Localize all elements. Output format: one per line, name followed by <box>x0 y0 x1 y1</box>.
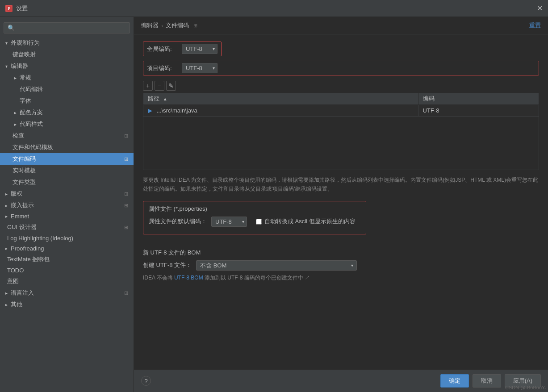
properties-section-title: 属性文件 (*.properties) <box>149 205 360 213</box>
project-encoding-row: 项目编码: UTF-8 ▾ <box>147 63 218 73</box>
sidebar-item-editor[interactable]: 编辑器 <box>0 60 134 72</box>
edit-path-button[interactable]: ✎ <box>166 81 176 91</box>
sidebar-item-label: 意图 <box>7 277 19 285</box>
sidebar-item-label: 其他 <box>11 300 22 309</box>
cancel-button[interactable]: 取消 <box>473 374 501 388</box>
sidebar-item-label: GUI 设计器 <box>7 223 37 231</box>
bom-note-link[interactable]: UTF-8 BOM <box>174 275 203 281</box>
sidebar-item-label: 常规 <box>20 74 31 82</box>
sidebar-item-label: 代码编辑 <box>20 85 43 93</box>
table-header-path: 路径 ▲ <box>143 93 418 105</box>
sidebar-item-other[interactable]: 其他 <box>0 299 134 310</box>
sidebar-item-general[interactable]: 常规 <box>0 72 134 83</box>
sidebar: 外观和行为 键盘映射 编辑器 常规 代码编辑 字体 配色方案 <box>0 17 134 392</box>
project-encoding-box: 项目编码: UTF-8 ▾ <box>143 61 539 75</box>
right-body: 全局编码: UTF-8 ▾ 项目编码: UTF-8 <box>134 34 548 369</box>
global-encoding-select[interactable]: UTF-8 <box>182 44 218 54</box>
folder-icon: ▶ <box>148 107 152 114</box>
table-cell-path: ▶ ...\src\main\java <box>143 105 418 117</box>
sort-icon: ▲ <box>163 96 167 101</box>
properties-encoding-select-wrapper: UTF-8 ▾ <box>211 217 247 227</box>
confirm-button[interactable]: 确定 <box>440 374 469 388</box>
table-cell-encoding: UTF-8 <box>418 105 539 117</box>
global-encoding-select-wrapper: UTF-8 ▾ <box>182 44 218 54</box>
sidebar-item-label: 代码样式 <box>20 120 43 128</box>
bom-note-prefix: IDEA 不会将 <box>143 275 174 281</box>
properties-encoding-select[interactable]: UTF-8 <box>211 217 247 227</box>
chevron-icon <box>4 302 9 307</box>
bom-create-row: 创建 UTF-8 文件： 不含 BOM 含 BOM ▾ <box>143 260 539 271</box>
chevron-icon <box>4 203 9 208</box>
sidebar-item-appearance[interactable]: 外观和行为 <box>0 37 134 49</box>
sidebar-item-font[interactable]: 字体 <box>0 95 134 107</box>
sidebar-item-textmate[interactable]: TextMate 捆绑包 <box>0 254 134 265</box>
sidebar-item-log-highlighting[interactable]: Log Highlighting (Ideolog) <box>0 233 134 243</box>
sidebar-item-label: 文件编码 <box>13 155 36 163</box>
chevron-icon <box>13 75 18 80</box>
bom-section: 新 UTF-8 文件的 BOM 创建 UTF-8 文件： 不含 BOM 含 BO… <box>143 249 539 282</box>
project-encoding-select[interactable]: UTF-8 <box>182 63 218 73</box>
global-encoding-label: 全局编码: <box>147 45 178 53</box>
sidebar-item-label: Log Highlighting (Ideolog) <box>7 235 73 242</box>
sidebar-item-label: 外观和行为 <box>11 39 40 47</box>
sidebar-item-label: 版权 <box>11 190 22 198</box>
help-button[interactable]: ? <box>141 376 151 386</box>
reset-button[interactable]: 重置 <box>529 21 541 29</box>
sidebar-item-label: 语言注入 <box>11 289 34 297</box>
chevron-icon <box>4 41 9 46</box>
table-row[interactable]: ▶ ...\src\main\java UTF-8 <box>143 105 539 117</box>
sidebar-item-copyright[interactable]: 版权 ⊞ <box>0 188 134 200</box>
add-path-button[interactable]: + <box>143 81 153 91</box>
close-button[interactable]: ✕ <box>537 5 543 12</box>
bom-create-select[interactable]: 不含 BOM 含 BOM <box>196 260 357 271</box>
bom-note: IDEA 不会将 UTF-8 BOM 添加到以 UTF-8 编码的每个已创建文件… <box>143 274 539 282</box>
description-text: 要更改 IntelliJ IDEA 为文件、目录或整个项目使用的编码，请根据需要… <box>143 175 539 194</box>
sidebar-item-file-templates[interactable]: 文件和代码模板 <box>0 142 134 153</box>
sidebar-item-label: 编辑器 <box>11 62 28 70</box>
sidebar-item-intentions[interactable]: 意图 <box>0 275 134 287</box>
sidebar-item-label: 键盘映射 <box>13 50 36 58</box>
settings-icon: ⊞ <box>124 191 128 197</box>
sidebar-item-file-types[interactable]: 文件类型 <box>0 176 134 188</box>
sidebar-item-emmet[interactable]: Emmet <box>0 211 134 221</box>
chevron-icon <box>13 110 18 115</box>
sidebar-item-label: 文件类型 <box>13 178 36 186</box>
search-input[interactable] <box>4 22 130 33</box>
settings-icon: ⊞ <box>124 290 128 296</box>
sidebar-item-label: 配色方案 <box>20 108 43 117</box>
sidebar-item-live-templates[interactable]: 实时模板 <box>0 165 134 176</box>
bom-create-label: 创建 UTF-8 文件： <box>143 261 192 269</box>
sidebar-search-container <box>4 22 130 33</box>
remove-path-button[interactable]: − <box>155 81 164 91</box>
app-icon: P <box>5 5 13 12</box>
sidebar-item-inspections[interactable]: 检查 ⊞ <box>0 130 134 142</box>
properties-section-box: 属性文件 (*.properties) 属性文件的默认编码： UTF-8 ▾ 自… <box>143 201 366 234</box>
chevron-icon <box>4 192 9 196</box>
footer: ? 确定 取消 应用(A) <box>134 369 548 392</box>
breadcrumb-part1: 编辑器 <box>141 21 159 29</box>
settings-icon: ⊞ <box>124 156 128 162</box>
bom-select-container: 不含 BOM 含 BOM ▾ <box>196 260 357 271</box>
sidebar-item-color-scheme[interactable]: 配色方案 <box>0 107 134 118</box>
right-panel: 编辑器 › 文件编码 ⊞ 重置 全局编码: UTF-8 ▾ <box>134 17 548 392</box>
main-content: 外观和行为 键盘映射 编辑器 常规 代码编辑 字体 配色方案 <box>0 17 548 392</box>
sidebar-item-code-editing[interactable]: 代码编辑 <box>0 83 134 95</box>
sidebar-item-code-style[interactable]: 代码样式 <box>0 118 134 130</box>
sidebar-item-inlay-hints[interactable]: 嵌入提示 ⊞ <box>0 200 134 211</box>
sidebar-item-gui-designer[interactable]: GUI 设计器 ⊞ <box>0 221 134 233</box>
sidebar-item-todo[interactable]: TODO <box>0 265 134 275</box>
breadcrumb-part2: 文件编码 <box>166 21 189 29</box>
ascii-checkbox[interactable] <box>256 219 262 225</box>
sidebar-item-proofreading[interactable]: Proofreading <box>0 243 134 254</box>
ascii-checkbox-label: 自动转换成 Ascii 但显示原生的内容 <box>264 217 356 225</box>
project-encoding-select-wrapper: UTF-8 ▾ <box>182 63 218 73</box>
settings-icon: ⊞ <box>124 133 128 139</box>
sidebar-item-language-injection[interactable]: 语言注入 ⊞ <box>0 287 134 299</box>
watermark: CSDN @-BoBooY- <box>505 385 546 390</box>
table-empty-area <box>143 117 539 170</box>
svg-text:P: P <box>8 7 10 11</box>
sidebar-item-file-encoding[interactable]: 文件编码 ⊞ <box>0 153 134 165</box>
sidebar-item-label: 文件和代码模板 <box>13 143 53 151</box>
sidebar-item-keymap[interactable]: 键盘映射 <box>0 49 134 60</box>
chevron-icon <box>4 291 9 296</box>
